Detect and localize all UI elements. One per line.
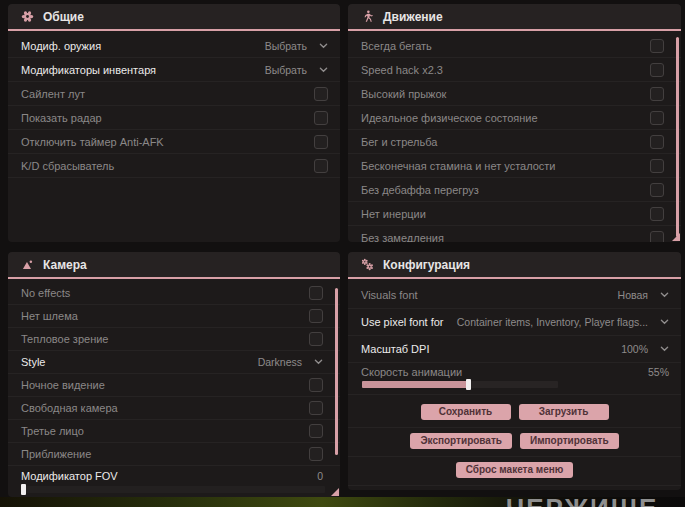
infinite-stamina-checkbox[interactable] (650, 159, 664, 173)
perfect-physical-condition-label: Идеальное физическое состояние (361, 112, 538, 124)
show-radar-checkbox[interactable] (314, 111, 328, 125)
panel-header[interactable]: Общие (8, 4, 340, 31)
row-no-slowdown: Без замедления (348, 226, 681, 242)
panel-body: Модиф. оружияВыбратьМодификаторы инвента… (8, 31, 340, 178)
slider-handle[interactable] (466, 379, 471, 390)
no-inertia-checkbox[interactable] (650, 207, 664, 221)
dpi-scale-dropdown-value: 100% (621, 343, 648, 355)
panel-title: Движение (383, 10, 443, 24)
row-no-helmet: Нет шлема (8, 305, 340, 328)
row-speed-hack: Speed hack x2.3 (348, 58, 681, 82)
row-third-person: Третье лицо (8, 420, 340, 443)
slider-block-animation-speed: Скорость анимации55% (348, 363, 681, 395)
row-thermal-vision: Тепловое зрение (8, 328, 340, 351)
dpi-scale-dropdown[interactable]: 100% (621, 343, 669, 355)
speed-hack-checkbox[interactable] (650, 63, 664, 77)
disable-anti-afk-timer-label: Отключить таймер Anti-AFK (21, 136, 164, 148)
fov-modifier-value: 0 (317, 470, 323, 482)
zoom-checkbox[interactable] (309, 447, 323, 461)
run-and-shoot-label: Бег и стрельба (361, 136, 437, 148)
button-row: ЭкспортироватьИмпортировать (348, 428, 681, 457)
row-fov-modifier: Модификатор FOV0 (8, 466, 340, 486)
zoom-label: Приближение (21, 448, 91, 460)
use-pixel-font-for-dropdown[interactable]: Container items, Inventory, Player flags… (457, 316, 669, 328)
resize-grip[interactable] (331, 488, 339, 496)
export-button[interactable]: Экспортировать (410, 433, 512, 449)
thermal-vision-checkbox[interactable] (309, 332, 323, 346)
scrollbar[interactable] (335, 288, 338, 455)
style-dropdown[interactable]: Darkness (258, 356, 323, 368)
always-run-checkbox[interactable] (650, 39, 664, 53)
panel-title: Общие (43, 10, 84, 24)
panel-header[interactable]: Камера (8, 252, 340, 279)
third-person-checkbox[interactable] (309, 424, 323, 438)
free-camera-checkbox[interactable] (309, 401, 323, 415)
visuals-font-label: Visuals font (361, 289, 418, 301)
panel-body: Всегда бегатьSpeed hack x2.3Высокий прыж… (348, 31, 681, 242)
no-slowdown-checkbox[interactable] (650, 231, 664, 243)
import-button[interactable]: Импортировать (520, 433, 619, 449)
row-no-overload-debuff: Без дебаффа перегруз (348, 178, 681, 202)
fov-modifier-label: Модификатор FOV (21, 470, 118, 482)
visuals-font-dropdown-value: Новая (618, 289, 648, 301)
chevron-down-icon (660, 291, 669, 299)
disable-anti-afk-timer-checkbox[interactable] (314, 135, 328, 149)
row-animation-speed: Скорость анимации55% (348, 363, 681, 381)
inventory-mods-dropdown[interactable]: Выбрать (265, 64, 328, 76)
no-effects-checkbox[interactable] (309, 286, 323, 300)
animation-speed-value: 55% (648, 366, 669, 378)
button-row: Сброс макета меню (348, 457, 681, 486)
no-overload-debuff-label: Без дебаффа перегруз (361, 184, 479, 196)
row-night-vision: Ночное видение (8, 374, 340, 397)
panel-header[interactable]: Движение (348, 4, 681, 31)
slider-fill (362, 381, 470, 388)
reset-menu-layout-button[interactable]: Сброс макета меню (456, 462, 574, 478)
always-run-label: Всегда бегать (361, 40, 432, 52)
resize-grip[interactable] (672, 233, 680, 241)
runner-icon (361, 10, 374, 23)
weapon-mod-label: Модиф. оружия (21, 40, 101, 52)
high-jump-checkbox[interactable] (650, 87, 664, 101)
fov-modifier-slider[interactable] (21, 486, 325, 493)
panel-body: Visuals fontНоваяUse pixel font forConta… (348, 279, 681, 486)
night-vision-checkbox[interactable] (309, 378, 323, 392)
silent-loot-checkbox[interactable] (314, 87, 328, 101)
animation-speed-slider[interactable] (362, 381, 558, 388)
load-button[interactable]: Загрузить (519, 404, 609, 420)
weapon-mod-dropdown[interactable]: Выбрать (265, 40, 328, 52)
visuals-font-dropdown[interactable]: Новая (618, 289, 669, 301)
use-pixel-font-for-dropdown-value: Container items, Inventory, Player flags… (457, 316, 648, 328)
scrollbar[interactable] (676, 37, 679, 237)
row-perfect-physical-condition: Идеальное физическое состояние (348, 106, 681, 130)
no-helmet-label: Нет шлема (21, 310, 78, 322)
use-pixel-font-for-label: Use pixel font for (361, 316, 444, 328)
row-run-and-shoot: Бег и стрельба (348, 130, 681, 154)
inventory-mods-label: Модификаторы инвентаря (21, 64, 156, 76)
row-weapon-mod: Модиф. оружияВыбрать (8, 34, 340, 58)
panel-header[interactable]: Конфигурация (348, 252, 681, 279)
row-no-inertia: Нет инерции (348, 202, 681, 226)
speed-hack-label: Speed hack x2.3 (361, 64, 443, 76)
row-style: StyleDarkness (8, 351, 340, 374)
no-slowdown-label: Без замедления (361, 232, 444, 243)
no-overload-debuff-checkbox[interactable] (650, 183, 664, 197)
chevron-down-icon (319, 42, 328, 50)
save-button[interactable]: Сохранить (421, 404, 511, 420)
no-inertia-label: Нет инерции (361, 208, 426, 220)
row-always-run: Всегда бегать (348, 34, 681, 58)
row-kd-resetter: K/D сбрасыватель (8, 154, 340, 178)
slider-handle[interactable] (21, 484, 26, 495)
row-visuals-font: Visuals fontНовая (348, 282, 681, 309)
thermal-vision-label: Тепловое зрение (21, 333, 108, 345)
third-person-label: Третье лицо (21, 425, 84, 437)
animation-speed-label: Скорость анимации (361, 366, 462, 378)
kd-resetter-checkbox[interactable] (314, 159, 328, 173)
perfect-physical-condition-checkbox[interactable] (650, 111, 664, 125)
row-free-camera: Свободная камера (8, 397, 340, 420)
row-use-pixel-font-for: Use pixel font forContainer items, Inven… (348, 309, 681, 336)
no-helmet-checkbox[interactable] (309, 309, 323, 323)
kd-resetter-label: K/D сбрасыватель (21, 160, 114, 172)
chevron-down-icon (660, 318, 669, 326)
run-and-shoot-checkbox[interactable] (650, 135, 664, 149)
row-inventory-mods: Модификаторы инвентаряВыбрать (8, 58, 340, 82)
